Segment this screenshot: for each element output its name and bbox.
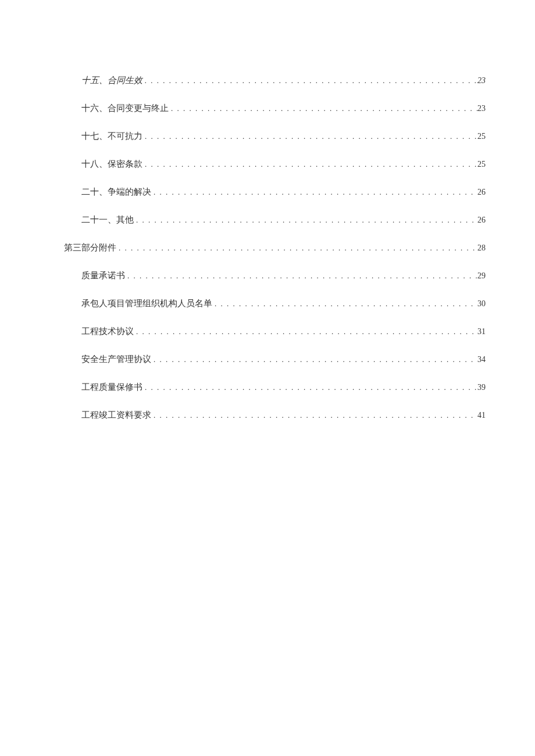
toc-entry: 工程竣工资料要求 41 [64, 409, 486, 421]
toc-page-number: 26 [477, 187, 486, 198]
toc-title: 工程竣工资料要求 [81, 409, 151, 421]
toc-leader-dots [151, 354, 477, 365]
toc-title: 十八、保密条款 [81, 158, 142, 170]
toc-entry: 二十一、其他 26 [64, 214, 486, 226]
toc-entry: 第三部分附件 28 [64, 242, 486, 254]
toc-page-number: 26 [477, 214, 486, 226]
toc-leader-dots [142, 76, 477, 86]
toc-title: 安全生产管理协议 [81, 353, 151, 366]
toc-leader-dots [151, 187, 477, 198]
toc-leader-dots [142, 382, 477, 393]
toc-leader-dots [151, 410, 477, 421]
toc-leader-dots [134, 327, 477, 337]
toc-leader-dots [142, 159, 477, 170]
toc-leader-dots [125, 271, 477, 281]
toc-entry: 十五、合同生效 23 [64, 74, 486, 87]
toc-leader-dots [116, 243, 477, 253]
toc-title: 十七、不可抗力 [81, 130, 142, 142]
toc-title: 工程技术协议 [81, 325, 134, 338]
toc-title: 工程质量保修书 [81, 381, 142, 393]
toc-page-number: 23 [477, 75, 486, 87]
toc-entry: 工程质量保修书 39 [64, 381, 486, 393]
toc-title: 十六、合同变更与终止 [81, 102, 169, 114]
toc-page-number: 34 [477, 354, 486, 366]
table-of-contents: 十五、合同生效 23 十六、合同变更与终止 23 十七、不可抗力 25 十八、保… [64, 74, 486, 421]
toc-title: 十五、合同生效 [81, 74, 142, 87]
toc-page-number: 31 [477, 326, 486, 338]
toc-title: 第三部分附件 [64, 242, 116, 254]
toc-entry: 质量承诺书 29 [64, 270, 486, 282]
toc-title: 二十、争端的解决 [81, 186, 151, 198]
toc-page-number: 23 [477, 103, 486, 114]
toc-page-number: 41 [477, 410, 486, 421]
toc-page-number: 25 [477, 159, 486, 170]
toc-entry: 工程技术协议 31 [64, 325, 486, 338]
toc-title: 二十一、其他 [81, 214, 134, 226]
toc-page-number: 28 [477, 242, 486, 254]
toc-page-number: 30 [477, 298, 486, 310]
toc-page-number: 25 [477, 131, 486, 142]
toc-entry: 十七、不可抗力 25 [64, 130, 486, 142]
toc-leader-dots [212, 299, 477, 309]
toc-entry: 承包人项目管理组织机构人员名单 30 [64, 298, 486, 310]
toc-title: 质量承诺书 [81, 270, 125, 282]
toc-entry: 十六、合同变更与终止 23 [64, 102, 486, 114]
toc-leader-dots [142, 131, 477, 142]
toc-title: 承包人项目管理组织机构人员名单 [81, 298, 212, 310]
toc-entry: 十八、保密条款 25 [64, 158, 486, 170]
toc-entry: 安全生产管理协议 34 [64, 353, 486, 366]
toc-page-number: 39 [477, 382, 486, 393]
toc-leader-dots [169, 103, 477, 114]
toc-entry: 二十、争端的解决 26 [64, 186, 486, 198]
toc-leader-dots [134, 215, 477, 225]
toc-page-number: 29 [477, 270, 486, 282]
